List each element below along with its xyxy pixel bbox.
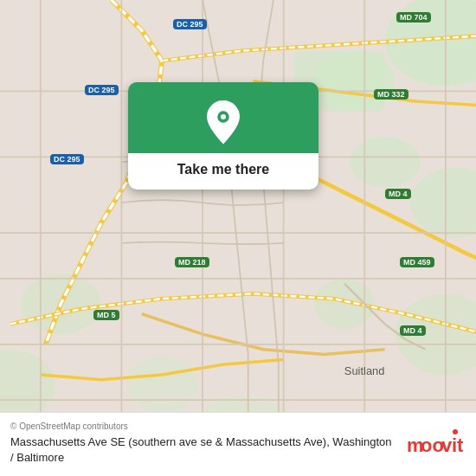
svg-text:it: it: [452, 434, 464, 456]
svg-text:oo: oo: [421, 434, 444, 456]
bottom-bar-text: © OpenStreetMap contributors Massachuset…: [10, 421, 395, 466]
take-me-there-button[interactable]: Take me there: [128, 153, 318, 190]
road-badge-md4-1: MD 4: [385, 189, 411, 199]
svg-text:Suitland: Suitland: [344, 364, 384, 377]
bottom-bar: © OpenStreetMap contributors Massachuset…: [0, 412, 476, 476]
road-badge-dc295-2: DC 295: [85, 85, 119, 95]
road-badge-md218: MD 218: [175, 257, 209, 267]
road-badge-md704: MD 704: [396, 12, 431, 23]
svg-point-29: [221, 114, 226, 119]
road-badge-md5: MD 5: [93, 310, 119, 320]
moovit-logo-svg: m oo v it: [405, 426, 466, 460]
map-container: Anacostia River: [0, 0, 476, 476]
location-pin-icon: [204, 100, 242, 145]
location-popup: Take me there: [128, 82, 318, 190]
road-badge-md459: MD 459: [400, 257, 434, 267]
svg-point-4: [350, 137, 421, 188]
moovit-logo: m oo v it: [405, 426, 466, 460]
road-badge-dc295-1: DC 295: [173, 19, 207, 29]
svg-point-34: [453, 429, 458, 434]
pin-area: [187, 82, 260, 153]
road-badge-md4-2: MD 4: [400, 325, 426, 336]
road-badge-dc295-3: DC 295: [50, 154, 84, 164]
copyright-notice: © OpenStreetMap contributors: [10, 421, 395, 431]
location-title: Massachusetts Ave SE (southern ave se & …: [10, 434, 395, 466]
svg-point-10: [126, 357, 197, 414]
road-badge-md332: MD 332: [374, 89, 408, 100]
map-background: Anacostia River: [0, 0, 476, 476]
